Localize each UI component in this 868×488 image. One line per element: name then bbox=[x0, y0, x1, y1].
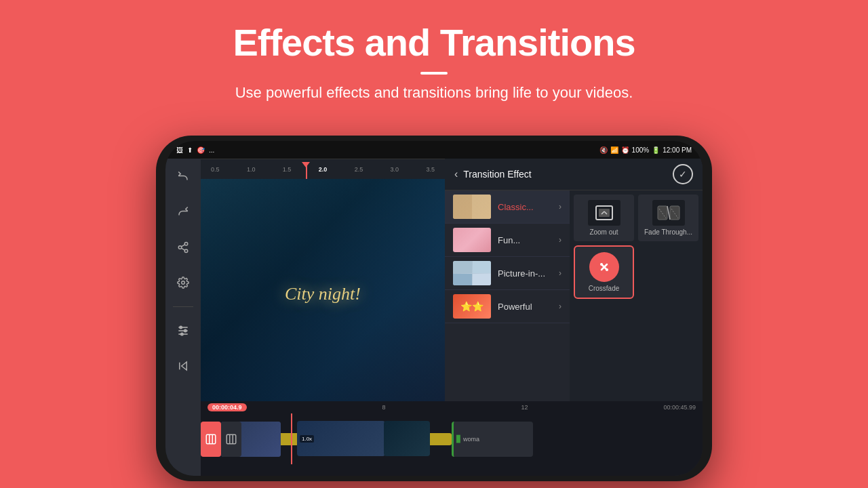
svg-point-10 bbox=[184, 329, 186, 331]
settings-button[interactable] bbox=[172, 271, 195, 294]
share-button[interactable] bbox=[172, 236, 195, 259]
svg-line-4 bbox=[181, 245, 184, 247]
status-left-icons: 🖼 ⬆ 🎯 ... bbox=[176, 146, 214, 154]
svg-line-3 bbox=[181, 248, 184, 250]
svg-point-25 bbox=[606, 268, 608, 271]
panel-header-left: ‹ Transition Effect bbox=[454, 168, 532, 180]
more-icon: ... bbox=[209, 146, 214, 154]
svg-point-0 bbox=[184, 243, 188, 246]
video-panel-row: City night! 0.5 1.0 1.5 2.0 2.5 3.0 bbox=[201, 159, 703, 401]
title-divider bbox=[420, 72, 448, 75]
category-item-classic[interactable]: Classic... › bbox=[445, 190, 570, 224]
time-text: 12:00 PM bbox=[663, 146, 692, 154]
undo-button[interactable] bbox=[172, 165, 195, 188]
svg-point-2 bbox=[184, 249, 188, 253]
status-bar: 🖼 ⬆ 🎯 ... 🔇 📶 ⏰ 100% 🔋 12:00 PM bbox=[165, 141, 703, 159]
timeline-ruler: 0.5 1.0 1.5 2.0 2.5 3.0 3.5 bbox=[201, 159, 445, 179]
back-button[interactable]: ‹ bbox=[454, 168, 458, 180]
svg-point-9 bbox=[180, 326, 182, 328]
category-list: Classic... › Fun... › bbox=[445, 190, 570, 401]
ruler-mark-10: 1.0 bbox=[247, 166, 256, 173]
redo-button[interactable] bbox=[172, 201, 195, 224]
timeline-transition-1[interactable] bbox=[201, 422, 221, 457]
phone-mockup: 🖼 ⬆ 🎯 ... 🔇 📶 ⏰ 100% 🔋 12:00 PM bbox=[156, 136, 712, 481]
green-icon: ▊ bbox=[456, 435, 462, 443]
marker-8: 8 bbox=[382, 404, 386, 411]
ruler-indicator bbox=[306, 165, 307, 179]
category-item-powerful[interactable]: ⭐⭐ Powerful › bbox=[445, 290, 570, 323]
ruler-marks: 0.5 1.0 1.5 2.0 2.5 3.0 3.5 bbox=[208, 166, 438, 173]
confirm-button[interactable]: ✓ bbox=[673, 164, 693, 184]
zoom-out-label: Zoom out bbox=[589, 228, 618, 236]
crossfade-icon-container bbox=[589, 252, 619, 282]
rewind-button[interactable] bbox=[172, 354, 195, 378]
category-arrow-powerful: › bbox=[559, 302, 561, 311]
category-thumb-classic bbox=[453, 195, 491, 219]
fade-through-label: Fade Through... bbox=[644, 228, 692, 236]
zoom-out-svg bbox=[592, 203, 616, 222]
stars-icon: ⭐⭐ bbox=[460, 301, 484, 312]
page-title: Effects and Transitions bbox=[0, 22, 868, 64]
category-item-picture[interactable]: Picture-in-... › bbox=[445, 257, 570, 290]
crossfade-svg bbox=[596, 259, 612, 275]
svg-point-1 bbox=[178, 246, 182, 249]
timeline-green-clip[interactable]: ▊ woma bbox=[452, 422, 533, 457]
category-label-classic: Classic... bbox=[498, 202, 559, 212]
playhead bbox=[291, 413, 292, 464]
green-clip-label: woma bbox=[463, 436, 479, 443]
header-section: Effects and Transitions Use powerful eff… bbox=[0, 0, 868, 102]
effect-grid-row2: Crossfade bbox=[574, 245, 698, 299]
category-arrow-fun: › bbox=[559, 235, 561, 245]
timeline-bottom: 00:00:04.9 8 12 00:00:45.99 bbox=[201, 401, 703, 476]
effect-zoom-out[interactable]: Zoom out bbox=[574, 195, 634, 241]
mute-icon: 🔇 bbox=[599, 146, 608, 154]
ruler-mark-20: 2.0 bbox=[319, 166, 328, 173]
battery-text: 100% bbox=[632, 146, 650, 154]
panel-body: Classic... › Fun... › bbox=[445, 190, 703, 401]
left-sidebar bbox=[165, 159, 201, 476]
wifi-icon: 📶 bbox=[610, 146, 618, 154]
phone-screen: 🖼 ⬆ 🎯 ... 🔇 📶 ⏰ 100% 🔋 12:00 PM bbox=[165, 141, 703, 476]
upload-icon: ⬆ bbox=[187, 146, 193, 154]
app-content: City night! 0.5 1.0 1.5 2.0 2.5 3.0 bbox=[165, 159, 703, 476]
ruler-mark-05: 0.5 bbox=[211, 166, 220, 173]
category-item-fun[interactable]: Fun... › bbox=[445, 224, 570, 257]
photo-icon: 🖼 bbox=[176, 146, 183, 154]
effect-grid-row1: Zoom out bbox=[574, 195, 698, 241]
timeline-clip-3[interactable] bbox=[384, 421, 430, 456]
ruler-mark-30: 3.0 bbox=[391, 166, 399, 173]
ruler-mark-15: 1.5 bbox=[283, 166, 292, 173]
svg-rect-29 bbox=[226, 434, 236, 444]
adjust-button[interactable] bbox=[172, 319, 195, 342]
main-area: City night! 0.5 1.0 1.5 2.0 2.5 3.0 bbox=[201, 159, 703, 476]
clip-multiplier: 1.0x bbox=[300, 435, 314, 443]
effect-crossfade[interactable]: Crossfade bbox=[574, 245, 634, 299]
category-arrow-picture: › bbox=[559, 268, 561, 278]
category-thumb-powerful: ⭐⭐ bbox=[453, 294, 491, 319]
category-label-fun: Fun... bbox=[498, 235, 559, 245]
svg-point-11 bbox=[181, 333, 183, 335]
page-subtitle: Use powerful effects and transitions bri… bbox=[0, 84, 868, 102]
effect-empty bbox=[638, 245, 698, 299]
end-time: 00:00:45.99 bbox=[663, 404, 696, 411]
timeline-transition-2[interactable] bbox=[221, 422, 241, 457]
fade-through-icon-container bbox=[652, 200, 685, 226]
svg-rect-15 bbox=[599, 209, 610, 217]
check-icon: ✓ bbox=[679, 169, 687, 180]
category-thumb-picture bbox=[453, 261, 491, 285]
timeline-clip-2[interactable]: 1.0x bbox=[297, 421, 385, 456]
effect-fade-through[interactable]: Fade Through... bbox=[638, 195, 698, 241]
video-preview: City night! 0.5 1.0 1.5 2.0 2.5 3.0 bbox=[201, 159, 445, 401]
svg-line-22 bbox=[667, 206, 670, 220]
panel-header: ‹ Transition Effect ✓ bbox=[445, 159, 703, 190]
crossfade-label: Crossfade bbox=[589, 285, 620, 292]
category-arrow-classic: › bbox=[559, 202, 561, 211]
sidebar-divider bbox=[173, 306, 193, 307]
video-overlay bbox=[201, 159, 445, 401]
marker-12: 12 bbox=[521, 404, 528, 411]
category-label-picture: Picture-in-... bbox=[498, 268, 559, 279]
panel-title: Transition Effect bbox=[463, 169, 531, 180]
svg-marker-12 bbox=[182, 362, 187, 370]
svg-point-24 bbox=[600, 263, 603, 266]
category-thumb-fun bbox=[453, 228, 491, 252]
